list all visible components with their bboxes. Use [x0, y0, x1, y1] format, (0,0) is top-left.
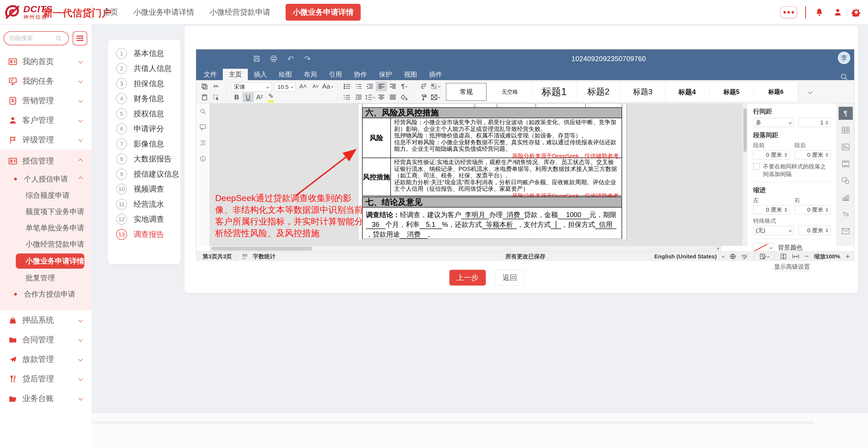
chevron-down-icon[interactable] — [79, 396, 82, 401]
editor-tab-active[interactable]: 主页 — [223, 69, 248, 80]
style-gallery-more-icon[interactable] — [804, 81, 816, 102]
font-decrease-icon[interactable]: A˅ — [310, 81, 321, 91]
highlight-icon[interactable]: ✎ — [265, 92, 277, 102]
cut-icon[interactable]: ✂ — [210, 81, 222, 91]
top-tab[interactable]: 小微经营贷款申请 — [210, 7, 270, 18]
top-tab[interactable]: 主页 — [103, 7, 118, 18]
undo-icon[interactable]: ↶ — [286, 54, 296, 64]
special-format-select[interactable]: (无) — [753, 226, 794, 235]
sidebar-item[interactable]: 我的任务 — [0, 71, 91, 91]
chevron-up-icon[interactable] — [79, 177, 82, 181]
headings-icon[interactable] — [196, 135, 210, 151]
fit-page-icon[interactable] — [780, 253, 787, 260]
select-icon[interactable] — [210, 92, 222, 102]
conclusion-blank-field[interactable]: 36 — [366, 220, 385, 229]
conclusion-blank-field[interactable]: 李明月 — [461, 211, 489, 219]
step-item[interactable]: 3担保信息 — [108, 76, 180, 91]
line-spacing-icon[interactable] — [364, 92, 376, 102]
page-color-icon[interactable] — [430, 81, 441, 91]
editor-tab[interactable]: 视图 — [398, 69, 423, 80]
style-标题1[interactable]: 标题1 — [532, 82, 577, 102]
step-item[interactable]: 5授权信息 — [108, 106, 180, 122]
editor-tab[interactable]: 布局 — [298, 69, 323, 80]
zoom-level[interactable]: 缩放100% — [814, 253, 840, 260]
track-changes-icon[interactable] — [760, 253, 769, 260]
more-options-icon[interactable] — [780, 6, 797, 18]
line-spacing-count-input[interactable]: 1 — [799, 118, 831, 127]
insert-frame-icon[interactable] — [430, 92, 441, 102]
chevron-up-icon[interactable] — [79, 159, 82, 164]
conclusion-blank-field[interactable]: 1000 — [558, 211, 589, 219]
multilevel-list-icon[interactable] — [353, 81, 364, 91]
change-case-icon[interactable]: Aa — [322, 81, 333, 91]
style-常规[interactable]: 常规 — [446, 83, 487, 101]
style-标题6[interactable]: 标题6 — [754, 82, 798, 102]
table-panel-icon[interactable] — [839, 124, 853, 137]
sidebar-item[interactable]: 授信管理 — [0, 151, 91, 171]
page-indicator[interactable]: 第3页共3页 — [203, 253, 232, 260]
sidebar-item[interactable]: 贷后管理 — [0, 369, 91, 389]
editor-tab[interactable]: 插件 — [423, 69, 448, 80]
paste-icon[interactable] — [199, 92, 210, 102]
special-amount-input[interactable]: 0 厘米 — [799, 226, 831, 235]
sidebar-item[interactable]: 评级管理 — [0, 130, 91, 150]
sidebar-item[interactable]: 客户管理 — [0, 111, 91, 130]
underline-icon[interactable]: U — [242, 92, 254, 102]
sidebar-item-active[interactable]: 小微业务申请详情 — [16, 253, 84, 269]
line-spacing-select[interactable]: 多 — [753, 118, 794, 127]
no-space-checkbox[interactable] — [753, 163, 760, 170]
background-color-swatch[interactable] — [753, 243, 769, 252]
align-right-icon[interactable] — [387, 81, 399, 91]
print-icon[interactable] — [269, 54, 279, 64]
shading-icon[interactable] — [399, 92, 410, 102]
increase-indent-icon[interactable] — [364, 81, 376, 91]
chevron-down-icon[interactable] — [79, 318, 82, 323]
sidebar-item[interactable]: 押品系统 — [0, 311, 91, 330]
chevron-down-icon[interactable] — [79, 337, 82, 342]
shape-panel-icon[interactable] — [839, 174, 853, 187]
sidebar-item[interactable]: 批复管理 — [0, 270, 91, 286]
find-icon[interactable] — [196, 104, 210, 119]
sidebar-item[interactable]: 额度项下业务申请 — [0, 204, 91, 220]
chevron-down-icon[interactable] — [79, 59, 82, 64]
bullet-list-icon[interactable] — [341, 81, 353, 91]
sidebar-item[interactable]: 我的首页 — [0, 52, 91, 71]
about-icon[interactable] — [196, 151, 210, 167]
conclusion-blank-field[interactable]: 消费 — [400, 230, 428, 239]
zoom-in-icon[interactable]: + — [846, 252, 850, 261]
style-无空格[interactable]: 无空格 — [488, 82, 532, 102]
chart-panel-icon[interactable] — [839, 191, 853, 204]
search-input[interactable] — [9, 35, 55, 42]
spacing-after-input[interactable]: 0 厘米 — [795, 150, 831, 160]
style-标题5[interactable]: 标题5 — [709, 82, 754, 102]
style-标题2[interactable]: 标题2 — [577, 82, 621, 102]
globe-icon[interactable] — [730, 253, 736, 260]
font-name-select[interactable]: 宋体 — [231, 82, 272, 92]
numbered-list-icon[interactable] — [341, 92, 353, 102]
zoom-out-icon[interactable]: − — [805, 252, 809, 261]
paragraph-mark-icon[interactable]: ¶ — [399, 81, 410, 91]
word-count-label[interactable]: 字数统计 — [253, 253, 276, 260]
conclusion-cell[interactable]: 调查结论：经调查，建议为客户李明月办理消费贷款，金额1000元，期限36个月，利… — [362, 208, 622, 239]
chevron-down-icon[interactable] — [79, 79, 82, 84]
step-item[interactable]: 8大数据报告 — [108, 151, 180, 167]
editor-tab[interactable]: 协作 — [348, 69, 373, 80]
conclusion-blank-field[interactable]: 信用 — [595, 220, 616, 229]
sidebar-item[interactable]: 合同管理 — [0, 330, 91, 350]
align-left-icon[interactable] — [376, 81, 387, 91]
textart-panel-icon[interactable]: Ta — [839, 208, 853, 221]
step-item[interactable]: 7影像信息 — [108, 136, 180, 151]
bold-icon[interactable]: B — [231, 92, 242, 102]
editor-tab[interactable]: 引用 — [323, 69, 348, 80]
comments-icon[interactable] — [196, 119, 210, 135]
language-dropdown-icon[interactable] — [722, 255, 724, 258]
image-panel-icon[interactable] — [839, 140, 853, 153]
background-color-dropdown-icon[interactable] — [769, 243, 774, 252]
paragraph-panel-icon[interactable]: ¶ — [839, 107, 853, 120]
align-center-icon[interactable] — [376, 92, 387, 102]
sidebar-item[interactable]: 业务台账 — [0, 389, 91, 408]
decrease-indent-icon[interactable] — [353, 92, 364, 102]
previous-step-button[interactable]: 上一步 — [450, 270, 486, 285]
gear-icon[interactable] — [851, 7, 862, 18]
superscript-icon[interactable]: A² — [254, 92, 265, 102]
